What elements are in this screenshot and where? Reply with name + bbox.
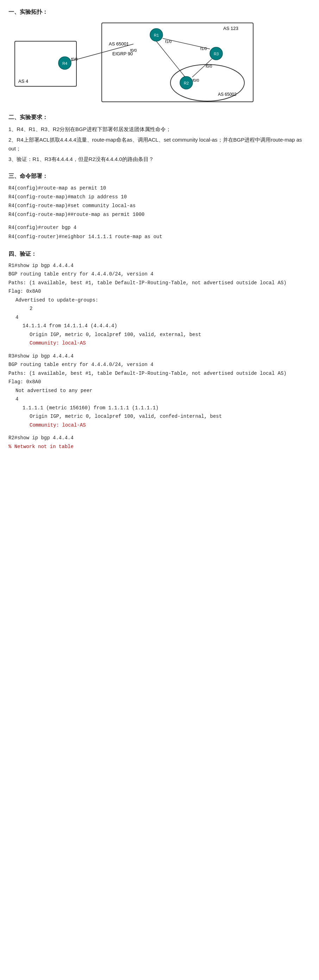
verify-r1-block: R1#show ip bgp 4.4.4.4 BGP routing table… xyxy=(8,261,311,348)
r1-line-6: 4 xyxy=(8,313,311,322)
cmd-line-1: R4(config)#route-map as permit 10 xyxy=(8,184,311,192)
command-block: R4(config)#route-map as permit 10 R4(con… xyxy=(8,184,311,241)
svg-text:f1/0: f1/0 xyxy=(165,40,171,44)
svg-point-19 xyxy=(180,76,193,89)
topo-title: 一、实验拓扑： xyxy=(8,7,311,17)
r3-line-4: Not advertised to any peer xyxy=(8,387,311,395)
cmd-line-3: R4(config-route-map)#set community local… xyxy=(8,202,311,210)
cmd-line-6: R4(config-router)#neighbor 14.1.1.1 rout… xyxy=(8,232,311,241)
verify-r2-block: R2#show ip bgp 4.4.4.4 % Network not in … xyxy=(8,434,311,451)
req-item-1: 1、R4、R1、R3、R2分别在BGP进程下部署邻居发送团体属性命令； xyxy=(8,125,311,134)
verify-r3-block: R3#show ip bgp 4.4.4.4 BGP routing table… xyxy=(8,352,311,430)
svg-text:EIGRP 90: EIGRP 90 xyxy=(112,51,133,56)
r1-line-9: Community: local-AS xyxy=(8,339,311,348)
r3-line-2: Paths: (1 available, best #1, table Defa… xyxy=(8,369,311,378)
r1-line-1: BGP routing table entry for 4.4.4.0/24, … xyxy=(8,270,311,278)
r1-line-3: Flag: 0x8A0 xyxy=(8,287,311,296)
r1-line-5: 2 xyxy=(8,304,311,313)
r1-line-8: Origin IGP, metric 0, localpref 100, val… xyxy=(8,331,311,339)
svg-text:AS 123: AS 123 xyxy=(223,26,238,31)
cmd-line-4: R4(config-route-map)##route-map as permi… xyxy=(8,210,311,219)
r2-line-1: % Network not in table xyxy=(8,442,311,451)
svg-line-22 xyxy=(71,44,133,61)
r1-line-2: Paths: (1 available, best #1, table Defa… xyxy=(8,278,311,288)
svg-text:R4: R4 xyxy=(62,61,67,65)
svg-point-8 xyxy=(59,57,71,69)
section-commands: 三、命令部署： R4(config)#route-map as permit 1… xyxy=(8,171,311,241)
cmd-title: 三、命令部署： xyxy=(8,171,311,181)
r3-line-7: Origin IGP, metric 0, localpref 100, val… xyxy=(8,412,311,421)
svg-text:f0/0: f0/0 xyxy=(193,78,199,83)
svg-text:f0/0: f0/0 xyxy=(71,57,78,61)
svg-text:AS 65002: AS 65002 xyxy=(218,92,236,97)
r3-line-0: R3#show ip bgp 4.4.4.4 xyxy=(8,352,311,361)
svg-rect-0 xyxy=(15,41,76,86)
svg-text:f0/0: f0/0 xyxy=(130,48,136,52)
svg-point-11 xyxy=(150,29,163,41)
verify-spacer-2 xyxy=(8,430,311,434)
cmd-line-5: R4(config)#router bgp 4 xyxy=(8,223,311,232)
svg-point-6 xyxy=(170,64,244,101)
verify-title: 四、验证： xyxy=(8,249,311,259)
svg-point-15 xyxy=(210,47,222,60)
r3-line-3: Flag: 0x8A0 xyxy=(8,378,311,387)
svg-text:R1: R1 xyxy=(154,33,159,37)
r1-line-7: 14.1.1.4 from 14.1.1.4 (4.4.4.4) xyxy=(8,321,311,331)
topology-diagram: AS 4 AS 123 AS 65001 EIGRP 90 AS 65002 R… xyxy=(8,20,311,105)
r3-line-5: 4 xyxy=(8,395,311,404)
svg-text:AS 65001: AS 65001 xyxy=(109,41,129,46)
svg-rect-2 xyxy=(102,23,253,102)
svg-text:AS  4: AS 4 xyxy=(18,78,28,84)
topo-lines: AS 4 AS 123 AS 65001 EIGRP 90 AS 65002 R… xyxy=(8,20,311,105)
section-topo: 一、实验拓扑： AS 4 AS 123 AS 65001 EIGRP 90 AS… xyxy=(8,7,311,105)
cmd-spacer-1 xyxy=(8,219,311,223)
r1-line-4: Advertised to update-groups: xyxy=(8,296,311,305)
svg-text:R2: R2 xyxy=(184,81,189,85)
r3-line-8: Community: local-AS xyxy=(8,421,311,430)
r1-line-0: R1#show ip bgp 4.4.4.4 xyxy=(8,261,311,270)
section-verify: 四、验证： R1#show ip bgp 4.4.4.4 BGP routing… xyxy=(8,249,311,451)
svg-line-24 xyxy=(192,59,212,77)
req-item-2: 2、R4上部署ACL抓取4.4.4.4流量、route-map命名as、调用AC… xyxy=(8,135,311,153)
svg-text:R3: R3 xyxy=(214,52,219,56)
r2-line-0: R2#show ip bgp 4.4.4.4 xyxy=(8,434,311,442)
req-item-3: 3、验证：R1、R3有4.4.4.4，但是R2没有4.4.4.0的路由条目？ xyxy=(8,154,311,164)
svg-text:f0/0: f0/0 xyxy=(206,64,212,68)
svg-line-23 xyxy=(163,38,210,49)
r3-line-1: BGP routing table entry for 4.4.4.0/24, … xyxy=(8,360,311,369)
svg-line-25 xyxy=(156,41,185,77)
verify-spacer-1 xyxy=(8,348,311,352)
section-requirements: 二、实验要求： 1、R4、R1、R3、R2分别在BGP进程下部署邻居发送团体属性… xyxy=(8,112,311,164)
req-title: 二、实验要求： xyxy=(8,112,311,122)
cmd-line-2: R4(config-route-map)#match ip address 10 xyxy=(8,192,311,202)
r3-line-6: 1.1.1.1 (metric 156160) from 1.1.1.1 (1.… xyxy=(8,404,311,412)
svg-text:f1/0: f1/0 xyxy=(200,46,207,51)
